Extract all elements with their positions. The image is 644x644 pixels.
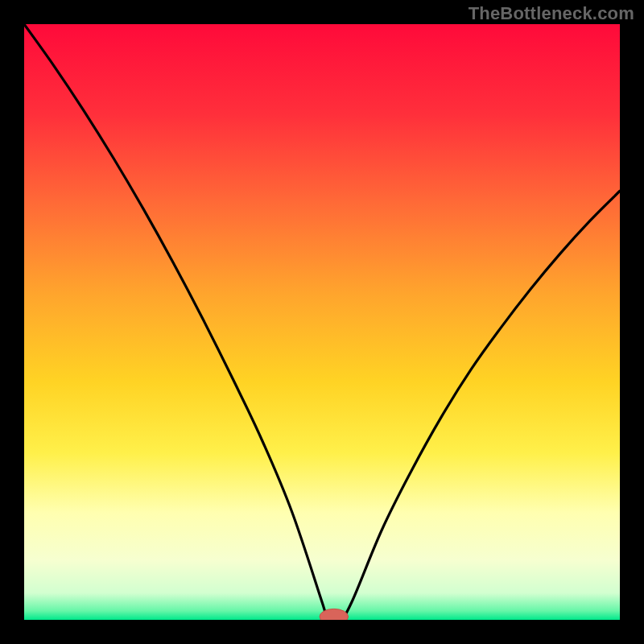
chart-frame: TheBottleneck.com xyxy=(0,0,644,644)
plot-area xyxy=(24,24,620,620)
watermark-text: TheBottleneck.com xyxy=(469,3,634,24)
gradient-background xyxy=(24,24,620,620)
chart-svg xyxy=(24,24,620,620)
